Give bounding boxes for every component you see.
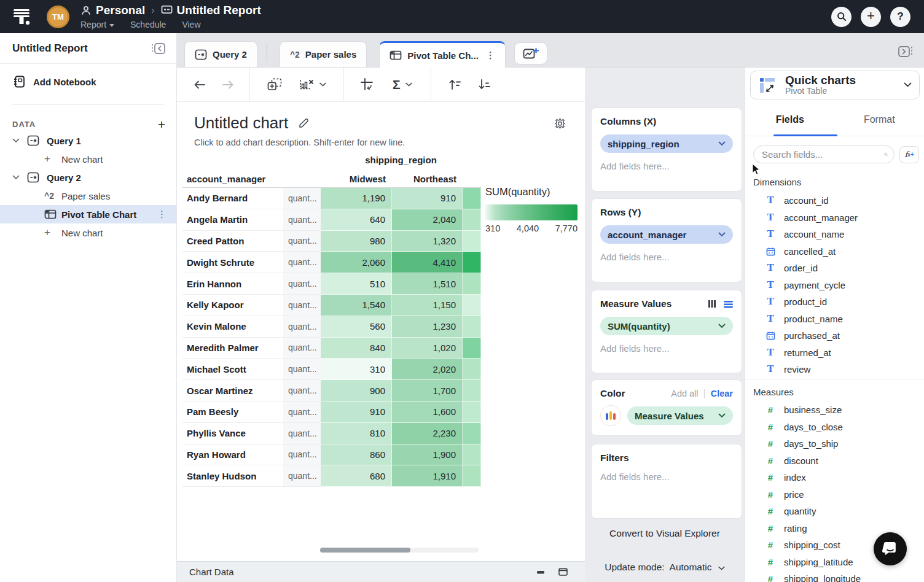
tab-fields[interactable]: Fields	[745, 103, 835, 136]
remove-chart-button[interactable]	[299, 79, 315, 91]
search-fields-text-input[interactable]	[762, 149, 884, 160]
redo-button[interactable]	[221, 80, 235, 90]
dimension-field-order_id[interactable]: Torder_id	[745, 260, 924, 277]
help-button[interactable]: ?	[890, 7, 910, 27]
chevron-down-icon	[718, 566, 725, 570]
columns-add-fields-placeholder[interactable]: Add fields here...	[600, 161, 733, 171]
dimension-field-purchased_at[interactable]: purchased_at	[745, 327, 924, 344]
add-data-button[interactable]: +	[158, 118, 165, 131]
edit-title-icon[interactable]	[298, 117, 310, 129]
collapse-sidebar-button[interactable]	[151, 42, 166, 55]
measure-field-quantity[interactable]: # quantity	[745, 503, 924, 520]
minimize-icon[interactable]	[536, 569, 545, 575]
filters-add-fields-placeholder[interactable]: Add fields here...	[600, 471, 733, 482]
add-button[interactable]: +	[861, 7, 881, 27]
measure-field-days_to_close[interactable]: # days_to_close	[745, 419, 924, 436]
undo-button[interactable]	[193, 80, 206, 90]
dimension-field-account_name[interactable]: Taccount_name	[745, 226, 924, 243]
update-mode-control[interactable]: Update mode:Automatic	[585, 562, 745, 573]
search-fields-input[interactable]	[753, 146, 895, 163]
menu-view[interactable]: View	[182, 20, 200, 29]
chart-type-selector[interactable]: Quick charts Pivot Table	[750, 71, 920, 99]
color-field-pill[interactable]: Measure Values	[627, 406, 733, 425]
measure-field-business_size[interactable]: # business_size	[745, 402, 924, 419]
measure-field-index[interactable]: # index	[745, 469, 924, 486]
divider: |	[703, 388, 706, 399]
convert-to-visual-explorer-button[interactable]: Convert to Visual Explorer	[585, 528, 745, 539]
tab-pivot-table-ch[interactable]: Pivot Table Ch...⋮	[379, 41, 506, 68]
menu-schedule[interactable]: Schedule	[130, 20, 166, 29]
kebab-menu-icon[interactable]: ⋮	[157, 209, 166, 220]
sidebar-item-query-2[interactable]: Query 2	[0, 168, 176, 187]
chart-description-placeholder[interactable]: Click to add chart description. Shift-en…	[194, 138, 405, 147]
dimension-field-payment_cycle[interactable]: Tpayment_cycle	[745, 277, 924, 294]
menu-report[interactable]: Report	[80, 20, 114, 29]
pivot-column-header-midwest[interactable]: Midwest	[321, 171, 392, 187]
measure-field-discount[interactable]: # discount	[745, 452, 924, 470]
horizontal-scrollbar[interactable]	[320, 548, 479, 553]
chart-title[interactable]: Untitled chart	[194, 114, 310, 133]
result-icon: ^2	[290, 50, 300, 60]
update-mode-value[interactable]: Automatic	[670, 562, 712, 572]
sidebar-item-paper-sales[interactable]: ^2 Paper sales	[0, 187, 176, 205]
breadcrumb-report[interactable]: Untitled Report	[177, 4, 261, 17]
sidebar-item-new-chart[interactable]: + New chart	[0, 150, 176, 168]
divider	[343, 68, 344, 102]
dimension-field-product_id[interactable]: Tproduct_id	[745, 293, 924, 311]
dimension-field-returned_at[interactable]: Treturned_at	[745, 344, 924, 362]
chevron-down-icon[interactable]	[12, 175, 21, 180]
tab-paper-sales[interactable]: ^2 Paper sales	[280, 41, 367, 67]
pivot-measure-label: quant...	[283, 295, 321, 316]
tab-format[interactable]: Format	[835, 103, 924, 136]
add-widget-button[interactable]	[267, 78, 282, 91]
data-tree: Query 1+ New chart Query 2^2 Paper sales…	[0, 131, 176, 242]
dimension-field-account_manager[interactable]: Taccount_manager	[745, 209, 924, 227]
dimension-field-cancelled_at[interactable]: cancelled_at	[745, 243, 924, 260]
measures-as-rows-toggle[interactable]	[724, 300, 733, 308]
color-palette-icon[interactable]	[600, 405, 621, 426]
breadcrumb-workspace[interactable]: Personal	[96, 4, 145, 17]
tab-kebab-menu[interactable]: ⋮	[486, 50, 495, 61]
sidebar-item-pivot-table-chart[interactable]: Pivot Table Chart ⋮	[0, 205, 176, 223]
app-logo-icon[interactable]	[11, 6, 32, 27]
add-formula-button[interactable]: fx+	[899, 146, 919, 163]
sidebar-item-new-chart[interactable]: + New chart	[0, 223, 176, 242]
aggregate-button[interactable]: Σ	[393, 77, 401, 92]
dimension-field-product_name[interactable]: Tproduct_name	[745, 311, 924, 328]
measures-add-fields-placeholder[interactable]: Add fields here...	[600, 343, 733, 354]
sort-ascending-button[interactable]	[448, 79, 462, 90]
dimension-field-account_id[interactable]: Taccount_id	[745, 192, 924, 209]
pivot-row: Stanley Hudson quant...6801,910	[182, 465, 481, 487]
measure-field-days_to_ship[interactable]: # days_to_ship	[745, 435, 924, 452]
add-notebook-button[interactable]: Add Notebook	[12, 75, 96, 88]
sort-descending-button[interactable]	[478, 79, 491, 90]
query-icon	[27, 135, 39, 146]
expand-right-panel-button[interactable]	[897, 44, 915, 59]
columns-field-pill[interactable]: shipping_region	[600, 134, 733, 153]
search-button[interactable]	[831, 7, 852, 27]
measure-field-price[interactable]: # price	[745, 486, 924, 503]
chevron-down-icon	[904, 82, 912, 88]
pivot-column-header-northeast[interactable]: Northeast	[392, 171, 463, 187]
scrollbar-thumb[interactable]	[320, 548, 410, 553]
measures-as-columns-toggle[interactable]	[708, 300, 716, 308]
rows-add-fields-placeholder[interactable]: Add fields here...	[600, 252, 733, 262]
rows-field-pill[interactable]: account_manager	[600, 225, 733, 244]
measure-pill[interactable]: SUM(quantity)	[600, 317, 733, 335]
swap-axes-button[interactable]	[360, 77, 374, 91]
pivot-row: Andy Bernard quant...1,190910	[182, 188, 481, 209]
color-clear-button[interactable]: Clear	[711, 389, 733, 398]
tab-query-2[interactable]: Query 2	[184, 41, 257, 67]
maximize-window-icon[interactable]	[558, 568, 568, 576]
dimension-field-review[interactable]: Treview	[745, 361, 924, 378]
chart-settings-button[interactable]	[549, 113, 570, 134]
chart-data-bar[interactable]: Chart Data	[177, 561, 585, 582]
color-add-all-button[interactable]: Add all	[671, 389, 698, 398]
avatar[interactable]: TM	[47, 6, 69, 28]
chevron-down-icon[interactable]	[12, 138, 21, 143]
measure-field-shipping_longitude[interactable]: # shipping_longitude	[745, 570, 924, 582]
pivot-row-dimension-header[interactable]: account_manager	[182, 171, 283, 187]
chat-support-button[interactable]	[874, 532, 907, 565]
new-chart-tab-button[interactable]	[514, 42, 547, 64]
sidebar-item-query-1[interactable]: Query 1	[0, 131, 176, 150]
